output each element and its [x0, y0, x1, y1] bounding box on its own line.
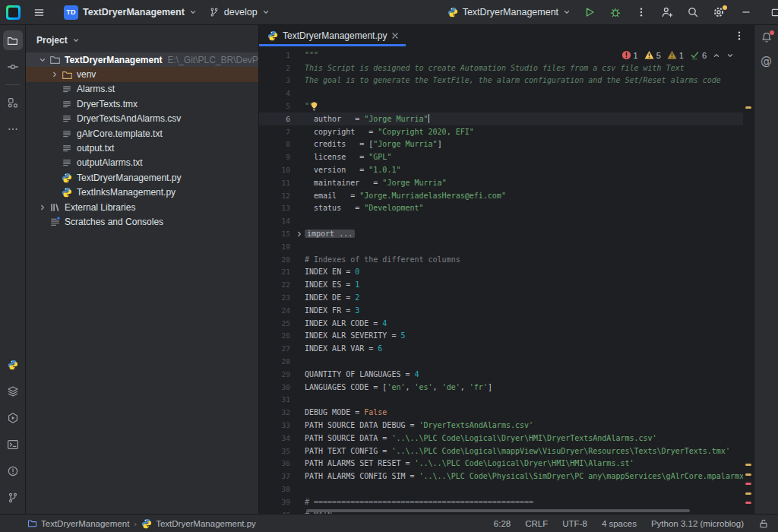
breadcrumb-project[interactable]: TextDryerManagement: [27, 518, 129, 528]
line-number[interactable]: 19: [259, 242, 294, 251]
code-line-27[interactable]: 27INDEX_ALR_VAR = 6: [259, 342, 743, 355]
tree-item-scratches-and-consoles[interactable]: Scratches and Consoles: [26, 214, 258, 229]
tree-item-textdryermanagement[interactable]: TextDryerManagementE:\_Git\PLC_BR\DevPro…: [26, 52, 258, 67]
chevron-right-icon[interactable]: [36, 204, 49, 211]
code-line-30[interactable]: 30LANGUAGES_CODE = ['en', 'es', 'de', 'f…: [259, 381, 743, 394]
line-number[interactable]: 20: [259, 255, 294, 264]
line-number[interactable]: 39: [259, 498, 294, 506]
code-line-2[interactable]: 2This Script is designed to create Autom…: [259, 62, 743, 74]
code-line-39[interactable]: 39# ====================================…: [259, 496, 743, 508]
ai-assistant-button[interactable]: @: [761, 54, 772, 68]
tool-strip-button-project[interactable]: [3, 30, 23, 50]
line-number[interactable]: 22: [259, 280, 294, 289]
line-number[interactable]: 14: [259, 217, 294, 225]
code-line-37[interactable]: 37PATH_ALARMS_CONFIG_SIM = '..\..\PLC Co…: [259, 470, 743, 483]
tool-strip-button-run-tool[interactable]: [3, 408, 23, 428]
passed-count[interactable]: 6: [690, 50, 707, 60]
lock-icon[interactable]: [758, 518, 769, 529]
code-line-35[interactable]: 35PATH_TEXT_CONFIG = '..\..\PLC Code\Log…: [259, 445, 743, 458]
line-number[interactable]: 10: [259, 166, 294, 174]
tree-item-dryertexts-tmx[interactable]: DryerTexts.tmx: [26, 97, 258, 111]
maximize-button[interactable]: [761, 0, 778, 25]
minimize-button[interactable]: [732, 0, 761, 25]
code-line-15[interactable]: 15import ...: [259, 227, 743, 240]
horizontal-scrollbar[interactable]: [306, 509, 690, 512]
line-number[interactable]: 32: [259, 408, 294, 416]
line-number[interactable]: 37: [259, 472, 294, 480]
run-button[interactable]: [577, 0, 602, 25]
line-number[interactable]: 40: [259, 511, 294, 514]
code-line-22[interactable]: 22INDEX_ES = 1: [259, 278, 743, 291]
code-line-12[interactable]: 12__email__ = "Jorge.MurriadelasHeras@ef…: [259, 189, 743, 202]
more-actions-button[interactable]: [628, 0, 654, 25]
line-number[interactable]: 33: [259, 421, 294, 429]
chevron-down-icon[interactable]: [36, 56, 49, 64]
tool-strip-button-structure[interactable]: [3, 93, 23, 112]
code-line-6[interactable]: 6__author__ = "Jorge Murria": [259, 112, 743, 125]
code-line-13[interactable]: 13__status__ = "Development": [259, 202, 743, 215]
error-count[interactable]: 1: [621, 50, 638, 60]
editor-tab[interactable]: TextDryerManagement.py: [259, 25, 406, 46]
intention-bulb-icon[interactable]: [309, 101, 319, 111]
tree-item-alarms-st[interactable]: Alarms.st: [26, 82, 258, 97]
line-number[interactable]: 11: [259, 179, 294, 187]
warning-count[interactable]: 5: [644, 50, 661, 60]
code-line-32[interactable]: 32DEBUG_MODE = False: [259, 406, 743, 419]
tool-strip-button-services[interactable]: [3, 382, 23, 401]
code-line-26[interactable]: 26INDEX_ALR_SEVERITY = 5: [259, 330, 743, 343]
code-line-10[interactable]: 10__version__ = "1.0.1": [259, 163, 743, 176]
line-number[interactable]: 34: [259, 434, 294, 442]
tree-item-dryertextsandalarms-csv[interactable]: DryerTextsAndAlarms.csv: [26, 112, 258, 126]
line-number[interactable]: 24: [259, 306, 294, 315]
line-number[interactable]: 7: [259, 128, 294, 136]
code-with-me-button[interactable]: [654, 0, 680, 25]
line-number[interactable]: 3: [259, 76, 294, 84]
code-line-4[interactable]: 4: [259, 87, 743, 100]
stripe-mark-warning[interactable]: [745, 473, 751, 476]
notifications-button[interactable]: [761, 31, 773, 43]
line-number[interactable]: 8: [259, 140, 294, 148]
code-line-33[interactable]: 33PATH_SOURCE_DATA_DEBUG = 'DryerTextsAn…: [259, 419, 743, 432]
editor-options-icon[interactable]: [734, 30, 754, 41]
stripe-mark-warning[interactable]: [745, 464, 751, 466]
chevron-right-icon[interactable]: [49, 71, 61, 78]
code-line-38[interactable]: 38: [259, 483, 743, 496]
line-number[interactable]: 21: [259, 268, 294, 276]
tree-item-outputalarms-txt[interactable]: outputAlarms.txt: [26, 156, 258, 170]
code-line-20[interactable]: 20# Indexes of the different columns: [259, 253, 743, 266]
tree-item-output-txt[interactable]: output.txt: [26, 141, 258, 155]
code-line-25[interactable]: 25INDEX_ALR_CODE = 4: [259, 317, 743, 330]
line-number[interactable]: 30: [259, 383, 294, 391]
line-number[interactable]: 2: [259, 64, 294, 72]
tool-strip-button-more-tool-windows[interactable]: [3, 119, 23, 139]
code-line-7[interactable]: 7__copyright__ = "Copyright 2020, EFI": [259, 125, 743, 138]
code-line-34[interactable]: 34PATH_SOURCE_DATA = '..\..\PLC Code\Log…: [259, 432, 743, 445]
tree-item-external-libraries[interactable]: External Libraries: [26, 200, 258, 214]
stripe-mark-error[interactable]: [745, 483, 751, 485]
line-number[interactable]: 36: [259, 459, 294, 467]
caret-position[interactable]: 6:28: [494, 519, 511, 528]
breadcrumb-file[interactable]: TextDryerManagement.py: [141, 518, 256, 529]
code-line-8[interactable]: 8__credits__ = ["Jorge Murria"]: [259, 138, 743, 151]
code-line-11[interactable]: 11__maintainer__ = "Jorge Murria": [259, 176, 743, 189]
stripe-mark-error[interactable]: [745, 502, 751, 504]
line-number[interactable]: 15: [259, 230, 294, 238]
debug-button[interactable]: [602, 0, 628, 25]
line-number[interactable]: 38: [259, 485, 294, 493]
tool-strip-button-commit[interactable]: [3, 57, 23, 77]
tool-strip-button-terminal[interactable]: [3, 435, 23, 454]
weak-warning-count[interactable]: 1: [667, 50, 684, 60]
code-line-9[interactable]: 9__license__ = "GPL": [259, 150, 743, 163]
stripe-mark-warning[interactable]: [745, 492, 751, 495]
previous-problem-icon[interactable]: [713, 52, 720, 59]
line-number[interactable]: 26: [259, 331, 294, 340]
search-everywhere-button[interactable]: [680, 0, 706, 25]
code-line-21[interactable]: 21INDEX_EN = 0: [259, 266, 743, 279]
tree-item-textdryermanagement-py[interactable]: TextDryerManagement.py: [26, 170, 258, 185]
line-number[interactable]: 9: [259, 153, 294, 161]
line-number[interactable]: 35: [259, 447, 294, 455]
line-number[interactable]: 6: [259, 115, 294, 123]
main-menu-button[interactable]: [26, 0, 52, 25]
python-interpreter[interactable]: Python 3.12 (microblog): [651, 519, 744, 528]
code-line-3[interactable]: 3The goal is to generate the TextFile, t…: [259, 74, 743, 87]
